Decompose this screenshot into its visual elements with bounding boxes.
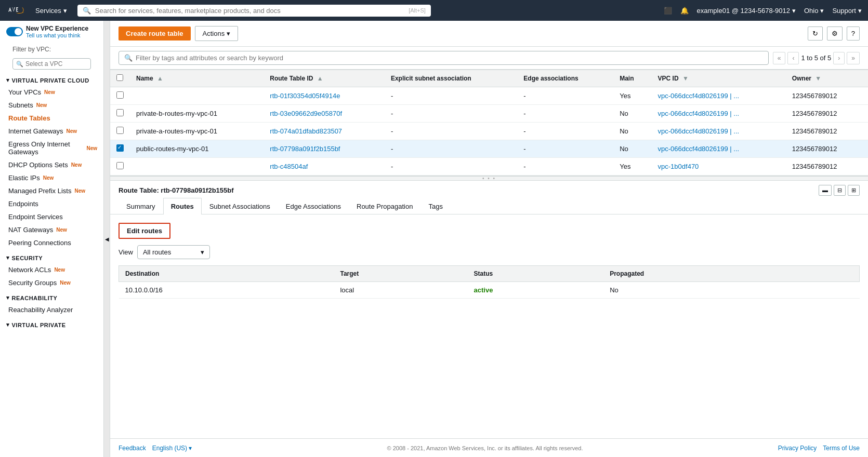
sidebar-item-network-acls[interactable]: Network ACLsNew — [0, 263, 103, 276]
sidebar-item-route-tables[interactable]: Route Tables — [0, 112, 103, 125]
row-explicit-subnet: - — [385, 158, 517, 176]
vpc-experience-link[interactable]: Tell us what you think — [26, 32, 88, 38]
main-column-header[interactable]: Main — [613, 70, 651, 87]
table-row[interactable]: private-b-routes-my-vpc-01 rtb-03e09662d… — [110, 105, 868, 123]
account-menu[interactable]: example01 @ 1234-5678-9012 ▾ — [697, 7, 796, 15]
privacy-policy-link[interactable]: Privacy Policy — [778, 445, 817, 452]
tab-route-propagation[interactable]: Route Propagation — [349, 198, 420, 214]
notifications-icon[interactable]: 🔔 — [680, 7, 689, 15]
route-table-id-link[interactable]: rtb-07798a091f2b155bf — [270, 145, 340, 153]
sidebar-item-endpoint-services[interactable]: Endpoint Services — [0, 210, 103, 223]
vpc-id-link[interactable]: vpc-066dccf4d8026199 | ... — [658, 110, 740, 117]
feedback-link[interactable]: Feedback — [119, 445, 146, 452]
vpc-id-link[interactable]: vpc-066dccf4d8026199 | ... — [658, 145, 740, 153]
detail-view-icon-2[interactable]: ⊟ — [834, 185, 846, 196]
refresh-button[interactable]: ↻ — [808, 26, 823, 41]
select-all-checkbox[interactable] — [116, 74, 123, 81]
vpc-sort-icon: ▼ — [682, 75, 689, 82]
detail-drag-handle[interactable]: • • • — [110, 177, 868, 181]
detail-view-icon-3[interactable]: ⊞ — [848, 185, 860, 196]
help-button[interactable]: ? — [847, 26, 860, 41]
sidebar-item-security-groups[interactable]: Security GroupsNew — [0, 276, 103, 289]
prev-page-button[interactable]: ‹ — [787, 52, 799, 64]
row-checkbox[interactable] — [116, 91, 124, 99]
route-table-id-link[interactable]: rtb-c48504af — [270, 163, 308, 170]
vpc-id-column-header[interactable]: VPC ID ▼ — [652, 70, 786, 87]
create-route-table-button[interactable]: Create route table — [119, 26, 191, 41]
owner-column-header[interactable]: Owner ▼ — [786, 70, 868, 87]
row-checkbox[interactable] — [116, 109, 124, 116]
route-table-id-column-header[interactable]: Route Table ID ▲ — [264, 70, 385, 87]
sidebar-item-your-vpcs[interactable]: Your VPCsNew — [0, 86, 103, 99]
settings-button[interactable]: ⚙ — [827, 26, 843, 41]
language-selector[interactable]: English (US) ▾ — [152, 445, 192, 452]
sidebar-item-peering[interactable]: Peering Connections — [0, 236, 103, 249]
sidebar-item-egress-gateways[interactable]: Egress Only Internet GatewaysNew — [0, 138, 103, 158]
row-checkbox-cell[interactable] — [110, 105, 130, 123]
edit-routes-button[interactable]: Edit routes — [119, 223, 170, 239]
support-menu[interactable]: Support ▾ — [832, 7, 862, 15]
services-menu-button[interactable]: Services ▾ — [31, 5, 71, 17]
filter-input-container[interactable]: 🔍 — [119, 51, 769, 65]
filter-bar: 🔍 « ‹ 1 to 5 of 5 › » — [110, 47, 868, 70]
cloud-shell-icon[interactable]: ⬛ — [664, 7, 672, 15]
row-name: public-routes-my-vpc-01 — [130, 140, 264, 158]
sidebar-item-endpoints[interactable]: Endpoints — [0, 197, 103, 210]
tab-edge-associations[interactable]: Edge Associations — [278, 198, 349, 214]
tab-routes[interactable]: Routes — [163, 198, 202, 214]
table-row[interactable]: public-routes-my-vpc-01 rtb-07798a091f2b… — [110, 140, 868, 158]
sidebar-item-elastic-ips[interactable]: Elastic IPsNew — [0, 171, 103, 184]
route-table-id-link[interactable]: rtb-074a01dfabd823507 — [270, 127, 342, 135]
aws-logo[interactable] — [6, 4, 25, 17]
route-table-id-link[interactable]: rtb-01f30354d05f4914e — [270, 92, 340, 100]
edge-assoc-column-header[interactable]: Edge associations — [517, 70, 613, 87]
vpc-id-link[interactable]: vpc-1b0df470 — [658, 163, 699, 170]
filter-by-vpc-label: Filter by VPC: — [6, 43, 97, 56]
select-all-header[interactable] — [110, 70, 130, 87]
table-row[interactable]: rtb-01f30354d05f4914e - - Yes vpc-066dcc… — [110, 87, 868, 105]
last-page-button[interactable]: » — [847, 52, 860, 64]
reachability-chevron-icon: ▾ — [6, 294, 10, 301]
row-checkbox-cell[interactable] — [110, 140, 130, 158]
tab-summary[interactable]: Summary — [119, 198, 163, 214]
sidebar-item-reachability-analyzer[interactable]: Reachability Analyzer — [0, 303, 103, 316]
tab-tags[interactable]: Tags — [420, 198, 450, 214]
main-content: Create route table Actions ▾ ↻ ⚙ ? 🔍 « — [110, 21, 868, 457]
region-menu[interactable]: Ohio ▾ — [804, 7, 824, 15]
vpc-id-link[interactable]: vpc-066dccf4d8026199 | ... — [658, 92, 740, 100]
actions-button[interactable]: Actions ▾ — [195, 26, 239, 41]
detail-view-icon-1[interactable]: ▬ — [819, 185, 832, 196]
name-column-header[interactable]: Name ▲ — [130, 70, 264, 87]
search-input[interactable] — [95, 7, 404, 15]
tab-subnet-associations[interactable]: Subnet Associations — [202, 198, 278, 214]
sidebar-section-vpc: ▾ VIRTUAL PRIVATE CLOUD — [0, 72, 103, 86]
row-checkbox[interactable] — [116, 144, 124, 152]
vpc-filter-search[interactable]: 🔍 — [12, 58, 91, 70]
table-row[interactable]: rtb-c48504af - - Yes vpc-1b0df470 123456… — [110, 158, 868, 176]
row-checkbox-cell[interactable] — [110, 87, 130, 105]
row-checkbox[interactable] — [116, 162, 124, 169]
global-search-bar[interactable]: 🔍 [Alt+S] — [77, 5, 431, 17]
row-checkbox[interactable] — [116, 127, 124, 134]
explicit-subnet-column-header[interactable]: Explicit subnet association — [385, 70, 517, 87]
filter-input[interactable] — [136, 54, 763, 62]
route-table-id-link[interactable]: rtb-03e09662d9e05870f — [270, 110, 342, 117]
terms-of-use-link[interactable]: Terms of Use — [823, 445, 860, 452]
footer-left: Feedback English (US) ▾ — [119, 445, 192, 452]
view-select-dropdown[interactable]: All routes ▾ — [137, 245, 210, 259]
sidebar-item-prefix-lists[interactable]: Managed Prefix ListsNew — [0, 184, 103, 197]
vpc-experience-switch[interactable] — [6, 27, 23, 36]
sidebar-item-internet-gateways[interactable]: Internet GatewaysNew — [0, 125, 103, 138]
row-checkbox-cell[interactable] — [110, 158, 130, 176]
sidebar-toggle[interactable]: ◀ — [104, 21, 110, 457]
row-checkbox-cell[interactable] — [110, 123, 130, 140]
table-row[interactable]: private-a-routes-my-vpc-01 rtb-074a01dfa… — [110, 123, 868, 140]
sidebar-item-nat-gateways[interactable]: NAT GatewaysNew — [0, 223, 103, 236]
vpc-filter-input[interactable] — [25, 60, 87, 68]
next-page-button[interactable]: › — [833, 52, 845, 64]
vpc-id-link[interactable]: vpc-066dccf4d8026199 | ... — [658, 127, 740, 135]
detail-view-icons: ▬ ⊟ ⊞ — [819, 185, 860, 196]
sidebar-item-subnets[interactable]: SubnetsNew — [0, 99, 103, 112]
first-page-button[interactable]: « — [773, 52, 786, 64]
sidebar-item-dhcp[interactable]: DHCP Options SetsNew — [0, 158, 103, 171]
